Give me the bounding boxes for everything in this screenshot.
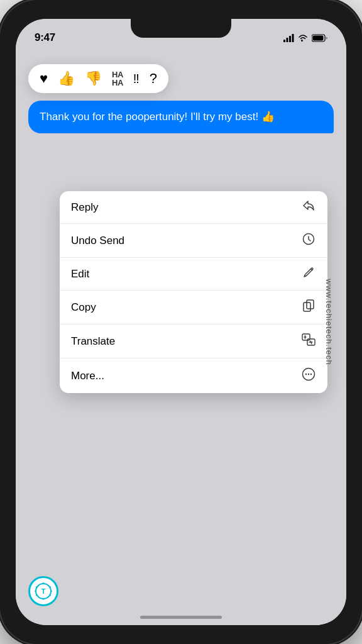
svg-rect-2 [289, 36, 291, 42]
logo-circle: T [28, 576, 58, 606]
svg-text:T: T [41, 587, 46, 595]
undo-send-label: Undo Send [71, 235, 124, 247]
context-menu: Reply Undo Send [60, 191, 327, 393]
svg-rect-1 [287, 38, 288, 42]
signal-icon [283, 34, 294, 42]
heart-reaction[interactable]: ♥ [40, 70, 48, 87]
undo-send-menu-item[interactable]: Undo Send [60, 224, 327, 258]
status-time: 9:47 [35, 31, 55, 44]
phone-screen: 9:47 [16, 19, 346, 625]
home-indicator[interactable] [140, 616, 222, 619]
svg-point-12 [305, 374, 307, 375]
reply-icon [301, 200, 316, 214]
svg-point-14 [310, 374, 312, 375]
phone-frame: 9:47 [0, 0, 362, 644]
more-menu-item[interactable]: More... [60, 358, 327, 393]
notch [131, 19, 231, 38]
message-bubble: Thank you for the poopertunity! I'll try… [28, 101, 334, 133]
exclaim-reaction[interactable]: ‼ [133, 72, 140, 86]
wifi-icon [298, 34, 308, 42]
copy-label: Copy [71, 301, 96, 314]
reply-menu-item[interactable]: Reply [60, 191, 327, 224]
logo-corner: T [28, 576, 58, 606]
more-icon [301, 367, 316, 384]
edit-label: Edit [71, 268, 89, 280]
svg-rect-0 [283, 40, 285, 42]
copy-icon [301, 299, 316, 315]
watermark: www.techietech.tech [325, 279, 334, 365]
more-label: More... [71, 370, 104, 382]
reply-label: Reply [71, 201, 98, 214]
svg-point-13 [308, 374, 309, 375]
edit-menu-item[interactable]: Edit [60, 258, 327, 291]
svg-rect-5 [313, 35, 324, 40]
reaction-bar: ♥ 👍 👎 HAHA ‼ ? [28, 64, 168, 93]
copy-menu-item[interactable]: Copy [60, 291, 327, 325]
question-reaction[interactable]: ? [150, 70, 157, 87]
message-text: Thank you for the poopertunity! I'll try… [40, 111, 275, 123]
translate-menu-item[interactable]: Translate [60, 325, 327, 358]
edit-icon [301, 267, 316, 281]
undo-send-icon [301, 233, 316, 248]
battery-icon [312, 34, 327, 42]
status-icons [283, 34, 327, 42]
svg-rect-3 [292, 34, 294, 42]
translate-icon [301, 333, 316, 349]
screen-content: 9:47 [16, 19, 346, 625]
translate-label: Translate [71, 335, 115, 348]
haha-reaction[interactable]: HAHA [112, 70, 123, 87]
thumbs-up-reaction[interactable]: 👍 [58, 70, 75, 87]
thumbs-down-reaction[interactable]: 👎 [85, 70, 102, 87]
